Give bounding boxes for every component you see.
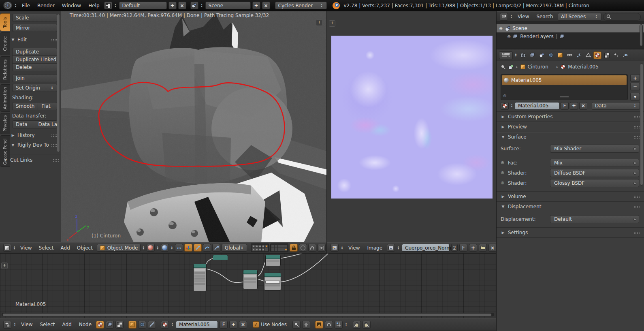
shader-node[interactable] <box>193 264 207 291</box>
panel-grip[interactable] <box>633 115 640 118</box>
outliner-scrollbar[interactable] <box>640 24 643 46</box>
tab-scene[interactable] <box>537 51 546 59</box>
scene-field[interactable]: Scene <box>205 2 251 9</box>
image-browse-button[interactable] <box>387 244 395 252</box>
render-engine-select[interactable]: Cycles Render <box>275 2 327 9</box>
object-shader-toggle[interactable] <box>128 321 136 329</box>
pin-icon[interactable] <box>501 64 505 69</box>
texture-nodes-toggle[interactable] <box>115 321 124 329</box>
region-expand-button[interactable]: + <box>329 20 335 27</box>
outliner-item-renderlayers[interactable]: ⊕ RenderLayers | <box>497 32 644 41</box>
viewport-menu-add[interactable]: Add <box>58 245 73 251</box>
proportional-edit-button[interactable] <box>299 244 307 252</box>
new-material-button[interactable]: + <box>570 102 578 110</box>
close-scene-button[interactable]: × <box>262 2 270 9</box>
snap-node-element-button[interactable] <box>335 321 343 329</box>
surface-panel-header[interactable]: ▼ Surface <box>497 132 644 142</box>
close-layout-button[interactable]: × <box>178 2 186 9</box>
tab-modifiers[interactable] <box>575 51 583 59</box>
use-nodes-checkbox[interactable]: ✓ <box>253 321 259 328</box>
tool-tab-tools-active[interactable]: Tools <box>0 13 10 31</box>
tab-particles[interactable] <box>612 51 620 59</box>
panel-grip[interactable] <box>633 195 640 198</box>
add-scene-button[interactable]: + <box>252 2 260 9</box>
editor-type-button[interactable] <box>3 321 11 329</box>
panel-grip[interactable] <box>633 231 640 234</box>
transform-orientation-select[interactable]: Global <box>222 244 247 252</box>
editor-type-spin[interactable] <box>14 4 17 8</box>
outliner-menu-view[interactable]: View <box>515 14 532 19</box>
mode-spin[interactable] <box>142 246 145 250</box>
manipulator-scale-toggle[interactable] <box>203 244 211 252</box>
node-editor-canvas[interactable]: Material.005 + <box>0 253 496 318</box>
outliner-item-scene[interactable]: ⊖ Scene <box>497 24 644 32</box>
viewport-menu-object[interactable]: Object <box>74 245 96 251</box>
fake-user-button[interactable]: F <box>220 321 228 329</box>
shader2-field[interactable]: Glossy BSDF <box>550 179 639 187</box>
screen-layout-field[interactable]: Default <box>119 2 167 9</box>
tab-data[interactable] <box>584 51 592 59</box>
lock-to-scene-toggle[interactable] <box>290 244 298 252</box>
data-button[interactable]: Data <box>12 120 35 128</box>
screen-layout-icon[interactable] <box>104 2 112 9</box>
pin-button[interactable] <box>292 321 301 329</box>
material-browse-button[interactable] <box>161 321 169 329</box>
layout-spin[interactable] <box>114 4 117 8</box>
editor-type-spin[interactable] <box>13 322 17 327</box>
editor-type-spin[interactable] <box>13 246 16 250</box>
panel-grip[interactable] <box>633 205 640 208</box>
join-button[interactable]: Join <box>12 74 58 82</box>
snap-element-button[interactable] <box>318 244 326 252</box>
input-link-icon[interactable]: ⊕ <box>501 160 506 165</box>
smooth-button[interactable]: Smooth <box>12 102 38 110</box>
snap-button[interactable] <box>308 244 316 252</box>
editor-type-button[interactable] <box>499 51 513 59</box>
panel-grip[interactable] <box>633 126 640 128</box>
hscroll-thumb[interactable] <box>2 313 492 316</box>
new-material-button[interactable]: + <box>229 321 237 329</box>
material-browse-spin[interactable] <box>171 322 174 327</box>
window-info-icon[interactable]: i <box>3 2 12 9</box>
new-image-button[interactable]: + <box>469 244 477 252</box>
world-shader-toggle[interactable] <box>138 321 146 329</box>
outliner-menu-search[interactable]: Search <box>533 14 556 19</box>
scale-button[interactable]: Scale <box>12 14 58 22</box>
editor-type-spin[interactable] <box>514 53 518 57</box>
editor-type-button[interactable] <box>500 13 508 21</box>
node-menu-add[interactable]: Add <box>60 322 75 327</box>
shader-node[interactable] <box>243 270 258 289</box>
input-link-icon[interactable]: ⊕ <box>501 170 506 175</box>
outliner-filter-select[interactable]: All Scenes <box>558 13 601 21</box>
paste-nodes-button[interactable] <box>363 321 371 329</box>
tool-shelf-scrollbar[interactable] <box>57 14 60 152</box>
viewport-shading-button[interactable] <box>147 244 155 252</box>
shader-node[interactable] <box>264 273 281 290</box>
cut-links-panel-header[interactable]: ▼ Cut Links <box>3 157 59 163</box>
region-expand-button[interactable]: + <box>316 19 322 26</box>
collapse-icon[interactable]: ⊖ <box>499 26 503 31</box>
displacement-panel-header[interactable]: ▼ Displacement <box>497 202 644 211</box>
viewport-menu-select[interactable]: Select <box>36 245 56 251</box>
volume-panel-header[interactable]: ▶ Volume <box>497 192 644 201</box>
duplicate-linked-button[interactable]: Duplicate Linked <box>12 56 58 64</box>
tab-render-layers[interactable] <box>528 51 536 59</box>
shading-spin[interactable] <box>156 246 160 250</box>
compositing-nodes-toggle[interactable] <box>106 321 114 329</box>
node-material-name-field[interactable]: Material.005 <box>176 321 218 329</box>
shader1-field[interactable]: Diffuse BSDF <box>550 169 639 177</box>
node-menu-view[interactable]: View <box>18 322 35 327</box>
duplicate-button[interactable]: Duplicate <box>12 48 58 56</box>
scene-icon[interactable] <box>508 64 514 70</box>
tab-texture[interactable] <box>603 51 611 59</box>
breadcrumb-object[interactable]: Cinturon <box>528 64 548 70</box>
slot-add-icon[interactable]: ⊕ <box>503 94 506 98</box>
outliner-search-input[interactable] <box>603 13 641 21</box>
material-browse-button[interactable] <box>501 102 509 110</box>
image-name-field[interactable]: Cuerpo_orco_Norm... <box>402 244 450 252</box>
displacement-field[interactable]: Default <box>550 215 639 223</box>
tool-tab-animation[interactable]: Animation <box>0 84 10 112</box>
pivot-spin[interactable] <box>170 246 174 250</box>
image-menu-view[interactable]: View <box>345 245 363 251</box>
copy-nodes-button[interactable] <box>353 321 361 329</box>
image-users-count[interactable]: 2 <box>451 244 458 252</box>
